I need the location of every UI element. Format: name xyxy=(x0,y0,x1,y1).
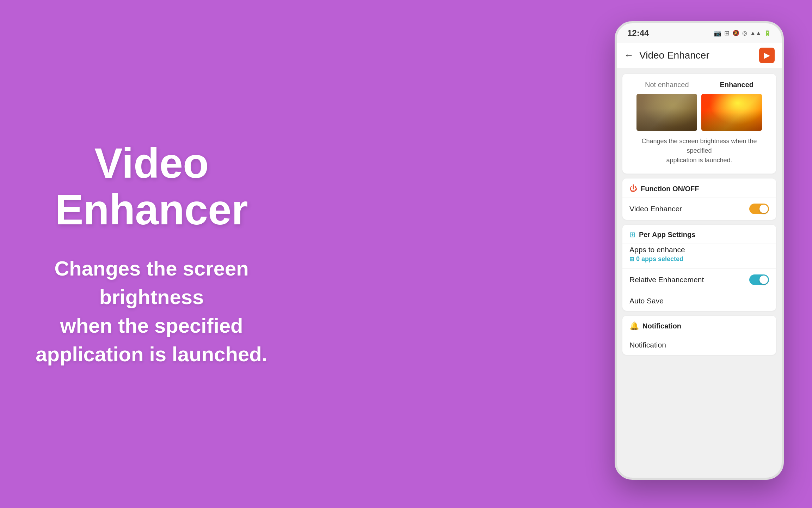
auto-save-label: Auto Save xyxy=(629,297,664,305)
relative-enhancement-row: Relative Enhancement xyxy=(622,268,776,291)
camera-icon: 📷 xyxy=(714,29,721,37)
label-enhanced: Enhanced xyxy=(720,81,753,89)
function-section-header: ⏻ Function ON/OFF xyxy=(622,179,776,198)
apps-selected-badge: ⊞ 0 apps selected xyxy=(629,255,769,263)
status-icons: 📷 ⊞ 🔕 ◎ ▲▲ 🔋 xyxy=(714,29,771,37)
per-app-section-title: Per App Settings xyxy=(639,231,695,239)
back-button[interactable]: ← xyxy=(624,50,634,61)
status-bar: 12:44 📷 ⊞ 🔕 ◎ ▲▲ 🔋 xyxy=(617,23,782,43)
label-not-enhanced: Not enhanced xyxy=(645,81,689,89)
apps-selected-count: 0 apps selected xyxy=(636,255,683,263)
video-icon: ▶ xyxy=(764,51,770,60)
preview-card: Not enhanced Enhanced Changes the screen… xyxy=(622,74,776,174)
phone-frame: 12:44 📷 ⊞ 🔕 ◎ ▲▲ 🔋 ← Video Enhancer ▶ xyxy=(615,21,784,480)
app-subtitle: Changes the screen brightnesswhen the sp… xyxy=(28,254,275,369)
wifi-icon: ▲▲ xyxy=(750,30,761,36)
video-enhancer-toggle[interactable] xyxy=(749,204,769,214)
circle-icon: ◎ xyxy=(742,30,747,36)
video-enhancer-row: Video Enhancer xyxy=(622,198,776,220)
apps-icon: ⊞ xyxy=(724,29,730,37)
per-app-section: ⊞ Per App Settings Apps to enhance ⊞ 0 a… xyxy=(622,225,776,311)
status-time: 12:44 xyxy=(627,28,649,38)
preview-labels: Not enhanced Enhanced xyxy=(629,81,769,89)
function-section: ⏻ Function ON/OFF Video Enhancer xyxy=(622,179,776,220)
notification-row: Notification xyxy=(622,335,776,355)
per-app-icon: ⊞ xyxy=(629,230,635,239)
function-section-title: Function ON/OFF xyxy=(641,185,699,193)
auto-save-row: Auto Save xyxy=(622,291,776,311)
notification-section: 🔔 Notification Notification xyxy=(622,316,776,355)
grid-icon: ⊞ xyxy=(629,256,634,262)
notification-label: Notification xyxy=(629,341,666,349)
preview-images xyxy=(629,94,769,131)
preview-image-after xyxy=(701,94,762,131)
app-title: Video Enhancer xyxy=(28,140,275,233)
notification-section-title: Notification xyxy=(642,322,681,330)
top-bar: ← Video Enhancer ▶ xyxy=(617,43,782,68)
left-panel: Video Enhancer Changes the screen bright… xyxy=(0,0,303,508)
power-icon: ⏻ xyxy=(629,184,637,193)
apps-to-enhance-label: Apps to enhance xyxy=(629,246,769,254)
relative-enhancement-label: Relative Enhancement xyxy=(629,276,704,284)
battery-icon: 🔋 xyxy=(764,30,771,36)
per-app-section-header: ⊞ Per App Settings xyxy=(622,225,776,243)
phone-mockup: 12:44 📷 ⊞ 🔕 ◎ ▲▲ 🔋 ← Video Enhancer ▶ xyxy=(615,21,791,487)
screen-title: Video Enhancer xyxy=(639,50,753,61)
relative-enhancement-toggle[interactable] xyxy=(749,274,769,285)
action-icon-button[interactable]: ▶ xyxy=(759,48,775,63)
mute-icon: 🔕 xyxy=(732,30,739,36)
bell-icon: 🔔 xyxy=(629,321,639,331)
phone-content: Not enhanced Enhanced Changes the screen… xyxy=(617,68,782,478)
notification-section-header: 🔔 Notification xyxy=(622,316,776,335)
video-enhancer-label: Video Enhancer xyxy=(629,205,682,213)
preview-image-before xyxy=(636,94,697,131)
apps-to-enhance-row[interactable]: Apps to enhance ⊞ 0 apps selected xyxy=(622,243,776,268)
preview-description: Changes the screen brightness when the s… xyxy=(629,137,769,165)
